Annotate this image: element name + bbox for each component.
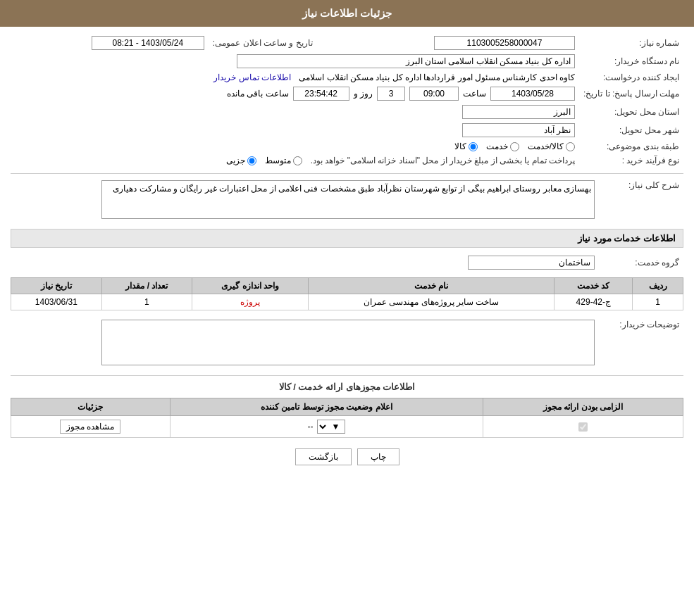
permits-tbody: ▼ -- مشاهده مجوز [11, 416, 683, 438]
requester-row: ایجاد کننده درخواست: کاوه احدی کارشناس م… [11, 70, 683, 84]
header-title: جزئیات اطلاعات نیاز [302, 7, 392, 19]
print-button[interactable]: چاپ [357, 448, 399, 465]
delivery-city-label: شهر محل تحویل: [579, 121, 683, 139]
need-number-value [335, 34, 579, 52]
service-group-row: گروه خدمت: [11, 253, 683, 272]
footer-buttons: چاپ بازگشت [11, 448, 683, 465]
divider-2 [11, 375, 683, 376]
buyer-org-label: نام دستگاه خریدار: [579, 52, 683, 70]
process-type-partial-label: جزیی [226, 156, 245, 165]
col-date: تاریخ نیاز [11, 278, 102, 294]
category-goods-services[interactable]: کالا/خدمت [528, 142, 575, 151]
category-service[interactable]: خدمت [486, 142, 519, 151]
service-group-input[interactable] [468, 256, 595, 270]
need-desc-row: شرح کلی نیاز: [11, 178, 683, 223]
permit-required-cell [483, 416, 683, 438]
permit-status-wrapper: ▼ -- [176, 420, 478, 434]
buyer-org-value [11, 52, 579, 70]
buyer-desc-row: توضیحات خریدار: [11, 318, 683, 370]
announcement-datetime-input[interactable] [92, 36, 204, 50]
need-number-input[interactable] [434, 36, 575, 50]
back-button[interactable]: بازگشت [295, 448, 352, 465]
announcement-datetime-label: تاریخ و ساعت اعلان عمومی: [209, 34, 335, 52]
delivery-province-row: استان محل تحویل: [11, 103, 683, 121]
category-radio-group: کالا/خدمت خدمت کالا [15, 142, 575, 151]
process-type-row: نوع فرآیند خرید : پرداخت تمام یا بخشی از… [11, 153, 683, 168]
category-label: طبقه بندی موضوعی: [579, 139, 683, 153]
process-type-value: پرداخت تمام یا بخشی از مبلغ خریدار از مح… [11, 153, 579, 168]
process-type-radio-group: پرداخت تمام یا بخشی از مبلغ خریدار از مح… [15, 156, 575, 165]
process-type-label: نوع فرآیند خرید : [579, 153, 683, 168]
service-group-label: گروه خدمت: [599, 253, 683, 272]
permits-table: الزامی بودن ارائه مجوز اعلام وضعیت مجوز … [11, 398, 683, 438]
reply-date-input[interactable] [490, 87, 575, 101]
date-cell: 1403/06/31 [11, 294, 102, 310]
category-goods-services-radio[interactable] [566, 142, 575, 151]
col-service-code: کد خدمت [554, 278, 633, 294]
remaining-days-input[interactable] [377, 87, 405, 101]
remaining-time-input[interactable] [293, 87, 349, 101]
main-content: شماره نیاز: تاریخ و ساعت اعلان عمومی: نا… [0, 27, 694, 483]
category-goods-radio[interactable] [469, 142, 478, 151]
permit-details-cell: مشاهده مجوز [11, 416, 171, 438]
name-cell: ساخت سایر پروژه‌های مهندسی عمران [308, 294, 554, 310]
need-desc-table: شرح کلی نیاز: [11, 178, 683, 223]
need-desc-textarea[interactable] [101, 180, 595, 219]
services-header-row: ردیف کد خدمت نام خدمت واحد اندازه گیری ت… [11, 278, 683, 294]
category-service-radio[interactable] [510, 142, 519, 151]
process-type-medium-radio[interactable] [293, 156, 302, 165]
time-remaining-row: ساعت روز و ساعت باقی مانده [15, 87, 575, 101]
buyer-desc-label: توضیحات خریدار: [599, 318, 683, 370]
delivery-city-input[interactable] [462, 123, 575, 137]
permits-header-row: الزامی بودن ارائه مجوز اعلام وضعیت مجوز … [11, 398, 683, 416]
permit-status-select[interactable]: ▼ [317, 420, 345, 434]
permits-table-head: الزامی بودن ارائه مجوز اعلام وضعیت مجوز … [11, 398, 683, 416]
time-label: ساعت [463, 89, 486, 99]
category-goods[interactable]: کالا [454, 142, 478, 151]
category-goods-label: کالا [454, 142, 466, 151]
page-wrapper: جزئیات اطلاعات نیاز شماره نیاز: تاریخ و … [0, 0, 694, 616]
col-unit: واحد اندازه گیری [192, 278, 309, 294]
delivery-province-input[interactable] [462, 105, 575, 119]
process-type-text: پرداخت تمام یا بخشی از مبلغ خریدار از مح… [311, 156, 575, 165]
services-tbody: 1 ج-42-429 ساخت سایر پروژه‌های مهندسی عم… [11, 294, 683, 310]
category-value: کالا/خدمت خدمت کالا [11, 139, 579, 153]
permits-section-title: اطلاعات مجوزهای ارائه خدمت / کالا [11, 382, 683, 392]
requester-text: کاوه احدی کارشناس مسئول امور قراردادها ا… [299, 73, 575, 82]
page-header: جزئیات اطلاعات نیاز [0, 0, 694, 27]
delivery-province-label: استان محل تحویل: [579, 103, 683, 121]
buyer-desc-textarea[interactable] [101, 320, 595, 365]
col-row-num: ردیف [633, 278, 683, 294]
delivery-city-row: شهر محل تحویل: [11, 121, 683, 139]
service-group-value [11, 253, 599, 272]
divider-1 [11, 173, 683, 174]
service-group-table: گروه خدمت: [11, 253, 683, 272]
need-desc-value [11, 178, 599, 223]
unit-link[interactable]: پروژه [240, 297, 260, 307]
services-section-title: اطلاعات خدمات مورد نیاز [578, 233, 676, 244]
permit-row-1: ▼ -- مشاهده مجوز [11, 416, 683, 438]
contact-link[interactable]: اطلاعات تماس خریدار [213, 73, 291, 82]
view-permit-button[interactable]: مشاهده مجوز [60, 420, 120, 434]
buyer-org-input[interactable] [237, 54, 575, 68]
table-row: 1 ج-42-429 ساخت سایر پروژه‌های مهندسی عم… [11, 294, 683, 310]
reply-deadline-row: مهلت ارسال پاسخ: تا تاریخ: ساعت روز و سا… [11, 84, 683, 103]
permit-required-checkbox[interactable] [578, 422, 588, 432]
category-row: طبقه بندی موضوعی: کالا/خدمت خدمت [11, 139, 683, 153]
process-type-partial-radio[interactable] [247, 156, 256, 165]
process-type-partial[interactable]: جزیی [226, 156, 256, 165]
code-cell: ج-42-429 [554, 294, 633, 310]
reply-time-input[interactable] [409, 87, 459, 101]
col-permit-status: اعلام وضعیت مجوز توسط تامین کننده [170, 398, 483, 416]
buyer-desc-value [11, 318, 599, 370]
buyer-desc-table: توضیحات خریدار: [11, 318, 683, 370]
days-label: روز و [354, 89, 373, 99]
process-type-medium[interactable]: متوسط [265, 156, 302, 165]
delivery-province-value [11, 103, 579, 121]
main-info-table: شماره نیاز: تاریخ و ساعت اعلان عمومی: نا… [11, 34, 683, 168]
process-type-medium-label: متوسط [265, 156, 291, 165]
permit-status-value: -- [307, 422, 313, 432]
delivery-city-value [11, 121, 579, 139]
reply-deadline-label: مهلت ارسال پاسخ: تا تاریخ: [579, 84, 683, 103]
requester-value: کاوه احدی کارشناس مسئول امور قراردادها ا… [11, 70, 579, 84]
